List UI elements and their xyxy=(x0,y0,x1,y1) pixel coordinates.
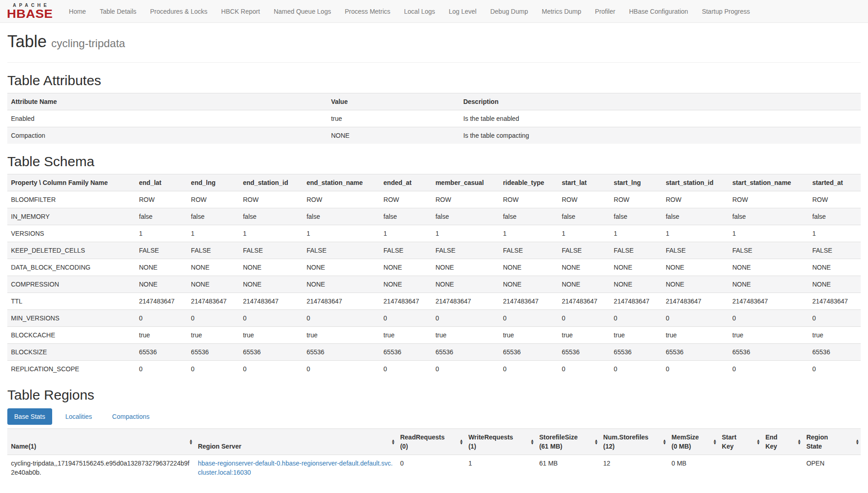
navbar-item-hbck-report[interactable]: HBCK Report xyxy=(214,0,267,23)
schema-row: KEEP_DELETED_CELLSFALSEFALSEFALSEFALSEFA… xyxy=(7,242,861,259)
schema-value-cell: ROW xyxy=(729,191,809,208)
navbar-item-home[interactable]: Home xyxy=(62,0,93,23)
schema-value-cell: NONE xyxy=(303,276,380,293)
schema-value-cell: ROW xyxy=(303,191,380,208)
regions-column-header[interactable]: ReadRequests (0)▴▾ xyxy=(396,429,464,455)
table-regions-body: cycling-tripdata,,1719475156245.e95d0a13… xyxy=(7,455,861,481)
schema-value-cell: ROW xyxy=(135,191,188,208)
schema-value-cell: FALSE xyxy=(729,242,809,259)
schema-value-cell: FALSE xyxy=(303,242,380,259)
schema-family-column-header: end_station_name xyxy=(303,174,380,191)
hbase-logo[interactable]: APACHE HBASE xyxy=(7,3,53,20)
regions-column-label: ReadRequests (0) xyxy=(400,433,444,450)
navbar-item-procedures-locks[interactable]: Procedures & Locks xyxy=(143,0,214,23)
region-server-cell: hbase-regionserver-default-0.hbase-regio… xyxy=(194,455,396,481)
schema-value-cell: 1 xyxy=(380,225,432,242)
schema-value-cell: 65536 xyxy=(809,344,861,361)
schema-value-cell: true xyxy=(432,327,499,344)
schema-row: BLOCKSIZE6553665536655366553665536655366… xyxy=(7,344,861,361)
attribute-row: CompactionNONEIs the table compacting xyxy=(7,127,861,144)
navbar-item-process-metrics[interactable]: Process Metrics xyxy=(338,0,397,23)
navbar-item-named-queue-logs[interactable]: Named Queue Logs xyxy=(267,0,338,23)
schema-property-cell: COMPRESSION xyxy=(7,276,135,293)
schema-family-column-header: start_lat xyxy=(558,174,610,191)
regions-column-header[interactable]: Start Key▴▾ xyxy=(718,429,762,455)
navbar-item-hbase-configuration[interactable]: HBase Configuration xyxy=(622,0,695,23)
table-attributes-header-row: Attribute NameValueDescription xyxy=(7,93,861,110)
schema-value-cell: ROW xyxy=(610,191,662,208)
schema-value-cell: NONE xyxy=(432,259,499,276)
regions-column-label: Start Key xyxy=(722,433,737,450)
schema-value-cell: false xyxy=(499,208,558,225)
schema-value-cell: NONE xyxy=(662,276,729,293)
attribute-cell: Is the table enabled xyxy=(459,110,861,127)
schema-row: IN_MEMORYfalsefalsefalsefalsefalsefalsef… xyxy=(7,208,861,225)
sort-icon: ▴▾ xyxy=(798,439,801,444)
sort-down-arrow-icon: ▾ xyxy=(714,442,716,444)
table-schema-header-row: Property \ Column Family Nameend_latend_… xyxy=(7,174,861,191)
regions-column-header[interactable]: WriteRequests (1)▴▾ xyxy=(465,429,536,455)
regions-column-header[interactable]: Num.Storefiles (12)▴▾ xyxy=(599,429,668,455)
regions-column-header[interactable]: Region Server▴▾ xyxy=(194,429,396,455)
page-title-text: Table xyxy=(7,32,47,51)
sort-down-arrow-icon: ▾ xyxy=(190,442,192,444)
schema-value-cell: 0 xyxy=(135,361,188,378)
schema-value-cell: 0 xyxy=(380,361,432,378)
navbar-item-table-details[interactable]: Table Details xyxy=(93,0,143,23)
region-write-requests-cell: 1 xyxy=(465,455,536,481)
sort-down-arrow-icon: ▾ xyxy=(798,442,801,444)
schema-value-cell: FALSE xyxy=(187,242,239,259)
navbar-item-local-logs[interactable]: Local Logs xyxy=(397,0,442,23)
schema-value-cell: NONE xyxy=(432,276,499,293)
regions-column-label: MemSize (0 MB) xyxy=(671,433,699,450)
navbar-item-debug-dump[interactable]: Debug Dump xyxy=(483,0,535,23)
regions-column-label: Region Server xyxy=(198,443,241,450)
schema-value-cell: 0 xyxy=(239,310,303,327)
regions-column-header[interactable]: Region State▴▾ xyxy=(803,429,861,455)
sort-down-arrow-icon: ▾ xyxy=(663,442,666,444)
table-schema: Property \ Column Family Nameend_latend_… xyxy=(7,174,861,377)
schema-value-cell: 2147483647 xyxy=(135,293,188,310)
schema-value-cell: true xyxy=(239,327,303,344)
schema-value-cell: 0 xyxy=(610,310,662,327)
schema-value-cell: ROW xyxy=(662,191,729,208)
navbar-item-startup-progress[interactable]: Startup Progress xyxy=(695,0,757,23)
sort-down-arrow-icon: ▾ xyxy=(595,442,598,444)
schema-value-cell: NONE xyxy=(662,259,729,276)
region-read-requests-cell: 0 xyxy=(396,455,464,481)
schema-value-cell: 0 xyxy=(303,361,380,378)
schema-value-cell: ROW xyxy=(380,191,432,208)
schema-value-cell: 0 xyxy=(729,310,809,327)
regions-column-label: WriteRequests (1) xyxy=(469,433,513,450)
tab-base-stats[interactable]: Base Stats xyxy=(7,408,52,425)
tab-compactions[interactable]: Compactions xyxy=(105,408,156,425)
regions-column-label: End Key xyxy=(766,433,777,450)
schema-value-cell: 0 xyxy=(809,361,861,378)
schema-value-cell: NONE xyxy=(729,276,809,293)
tab-localities[interactable]: Localities xyxy=(59,408,99,425)
schema-value-cell: 65536 xyxy=(729,344,809,361)
schema-value-cell: FALSE xyxy=(380,242,432,259)
navbar-item-profiler[interactable]: Profiler xyxy=(588,0,622,23)
schema-value-cell: 0 xyxy=(303,310,380,327)
sort-icon: ▴▾ xyxy=(190,439,192,444)
schema-value-cell: false xyxy=(729,208,809,225)
schema-value-cell: 0 xyxy=(662,361,729,378)
table-regions-header-row: Name(1)▴▾Region Server▴▾ReadRequests (0)… xyxy=(7,429,861,455)
schema-value-cell: 65536 xyxy=(432,344,499,361)
region-server-link[interactable]: hbase-regionserver-default-0.hbase-regio… xyxy=(198,460,393,476)
top-navbar: APACHE HBASE HomeTable DetailsProcedures… xyxy=(0,0,868,23)
schema-value-cell: NONE xyxy=(187,259,239,276)
regions-column-header[interactable]: End Key▴▾ xyxy=(762,429,803,455)
regions-column-header[interactable]: StorefileSize (61 MB)▴▾ xyxy=(535,429,599,455)
regions-column-header[interactable]: Name(1)▴▾ xyxy=(7,429,194,455)
schema-value-cell: 2147483647 xyxy=(239,293,303,310)
attributes-column-header: Value xyxy=(327,93,459,110)
navbar-item-log-level[interactable]: Log Level xyxy=(442,0,484,23)
region-storefile-size-cell: 61 MB xyxy=(535,455,599,481)
sort-icon: ▴▾ xyxy=(531,439,534,444)
hbase-logo-hbase-text: HBASE xyxy=(7,8,53,19)
regions-column-header[interactable]: MemSize (0 MB)▴▾ xyxy=(668,429,718,455)
navbar-item-metrics-dump[interactable]: Metrics Dump xyxy=(535,0,588,23)
attribute-cell: Is the table compacting xyxy=(459,127,861,144)
